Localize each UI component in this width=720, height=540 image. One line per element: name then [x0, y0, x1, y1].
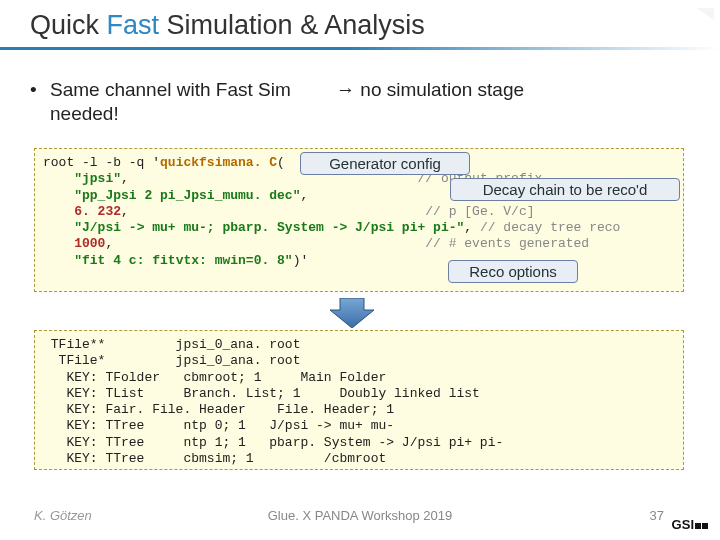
bullet-dot: • [30, 78, 37, 102]
bullet-content: Same channel with Fast Sim → no simulati… [50, 78, 690, 126]
c1l5c: // decay tree reco [480, 220, 620, 235]
c1l4b: , [121, 204, 129, 219]
c1l6b: , [105, 236, 113, 251]
title-word-3: Simulation & Analysis [167, 10, 425, 40]
logo-square-icon [695, 523, 701, 529]
slide-title: Quick Fast Simulation & Analysis [30, 10, 425, 41]
c2l8: KEY: TTree cbmsim; 1 /cbmroot [43, 451, 386, 466]
bullet-line1b: → no simulation stage [336, 79, 524, 100]
code-block-output: TFile** jpsi_0_ana. root TFile* jpsi_0_a… [34, 330, 684, 470]
c2l2: TFile* jpsi_0_ana. root [43, 353, 300, 368]
footer: K. Götzen Glue. X PANDA Workshop 2019 37… [0, 508, 720, 532]
bullet-line1a: Same channel with Fast Sim [50, 79, 291, 100]
c1l5a: "J/psi -> mu+ mu-; pbarp. System -> J/ps… [74, 220, 464, 235]
c1l6c: // # events generated [425, 236, 589, 251]
c1l2a: "jpsi" [74, 171, 121, 186]
c2l1: TFile** jpsi_0_ana. root [43, 337, 300, 352]
logo-square-icon [702, 523, 708, 529]
c1l2b: , [121, 171, 129, 186]
callout-generator-config: Generator config [300, 152, 470, 175]
c2l7: KEY: TTree ntp 1; 1 pbarp. System -> J/p… [43, 435, 503, 450]
c2l4: KEY: TList Branch. List; 1 Doubly linked… [43, 386, 480, 401]
callout-reco-options: Reco options [448, 260, 578, 283]
c1l3a: "pp_Jpsi 2 pi_Jpsi_mumu. dec" [74, 188, 300, 203]
c2l6: KEY: TTree ntp 0; 1 J/psi -> mu+ mu- [43, 418, 394, 433]
svg-marker-0 [330, 298, 374, 328]
footer-event: Glue. X PANDA Workshop 2019 [0, 508, 720, 523]
c1l3b: , [300, 188, 308, 203]
bullet-line2: needed! [50, 103, 119, 124]
c1l5b: , [464, 220, 472, 235]
title-word-2: Fast [107, 10, 160, 40]
slide: Quick Fast Simulation & Analysis • Same … [0, 0, 720, 540]
footer-logo-text: GSI [672, 517, 694, 532]
c1l4a: 6. 232 [74, 204, 121, 219]
down-arrow-icon [330, 298, 374, 328]
footer-page-number: 37 [650, 508, 664, 523]
callout-decay-chain: Decay chain to be reco'd [450, 178, 680, 201]
title-underline [0, 47, 720, 50]
c2l3: KEY: TFolder cbmroot; 1 Main Folder [43, 370, 386, 385]
c2l5: KEY: Fair. File. Header File. Header; 1 [43, 402, 394, 417]
footer-logo: GSI [672, 517, 708, 532]
c1l6a: 1000 [74, 236, 105, 251]
bullet-text: • Same channel with Fast Sim → no simula… [30, 78, 690, 126]
c1l1a: root -l -b -q ' [43, 155, 160, 170]
c1l7a: "fit 4 c: fitvtx: mwin=0. 8" [74, 253, 292, 268]
c1l4c: // p [Ge. V/c] [425, 204, 534, 219]
c1l1b: quickfsimana. C [160, 155, 277, 170]
title-bar: Quick Fast Simulation & Analysis [0, 0, 720, 56]
c1l7b: )' [293, 253, 309, 268]
corner-decoration [696, 8, 714, 20]
title-word-1: Quick [30, 10, 99, 40]
c1l1c: ( [277, 155, 285, 170]
